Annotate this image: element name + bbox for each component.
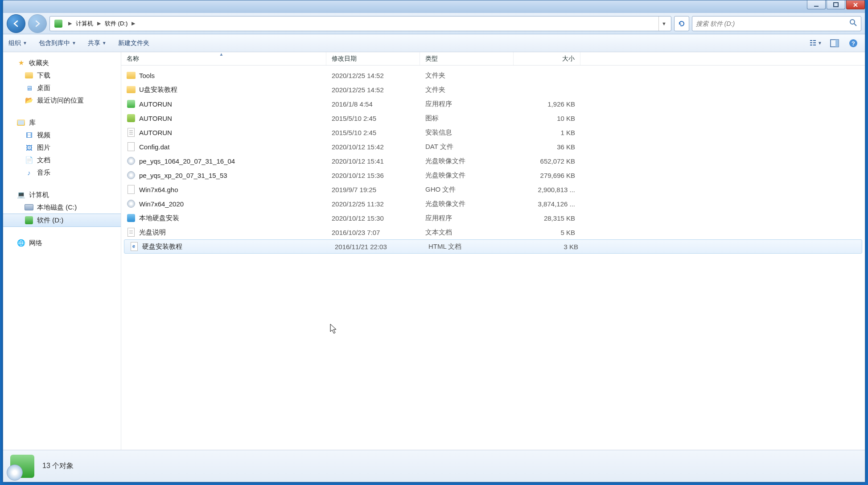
file-name: Config.dat xyxy=(139,143,169,151)
file-row[interactable]: U盘安装教程2020/12/25 14:52文件夹 xyxy=(121,82,865,97)
sidebar-music[interactable]: ♪ 音乐 xyxy=(3,166,121,179)
file-size: 1,926 KB xyxy=(514,100,580,108)
sidebar-network-header[interactable]: 🌐 网络 xyxy=(3,237,121,249)
file-list[interactable]: Tools2020/12/25 14:52文件夹U盘安装教程2020/12/25… xyxy=(121,66,865,450)
breadcrumb-computer[interactable]: 计算机 xyxy=(73,16,96,31)
sidebar-documents[interactable]: 📄 文档 xyxy=(3,154,121,166)
drive-large-icon xyxy=(10,455,34,478)
minimize-icon xyxy=(814,2,819,8)
chevron-right-icon[interactable]: ▶ xyxy=(130,21,136,26)
sidebar-desktop[interactable]: 🖥 桌面 xyxy=(3,82,121,94)
file-type: 应用程序 xyxy=(420,100,514,108)
file-name: pe_yqs_xp_20_07_31_15_53 xyxy=(139,172,227,179)
column-size[interactable]: 大小 xyxy=(514,52,580,65)
toolbar-label: 新建文件夹 xyxy=(118,39,149,47)
chevron-right-icon[interactable]: ▶ xyxy=(96,21,102,26)
search-input[interactable] xyxy=(696,20,849,27)
file-name: 光盘说明 xyxy=(139,228,166,237)
forward-button xyxy=(28,14,47,33)
chevron-down-icon: ▼ xyxy=(818,41,822,45)
network-icon: 🌐 xyxy=(16,238,25,247)
sidebar-label: 文档 xyxy=(37,156,50,164)
file-icon xyxy=(127,171,136,180)
svg-rect-9 xyxy=(813,45,816,45)
breadcrumb-dropdown[interactable]: ▼ xyxy=(658,16,669,31)
file-name: U盘安装教程 xyxy=(139,86,177,94)
file-row[interactable]: pe_yqs_xp_20_07_31_15_532020/10/12 15:36… xyxy=(121,168,865,182)
sidebar-computer-header[interactable]: 💻 计算机 xyxy=(3,189,121,201)
sidebar-favorites-header[interactable]: ★ 收藏夹 xyxy=(3,57,121,69)
sidebar-videos[interactable]: 🎞 视频 xyxy=(3,129,121,141)
organize-menu[interactable]: 组织 ▼ xyxy=(8,39,27,47)
share-menu[interactable]: 共享 ▼ xyxy=(88,39,107,47)
statusbar: 13 个对象 xyxy=(3,450,865,482)
close-button[interactable] xyxy=(846,0,865,9)
toolbar-label: 共享 xyxy=(88,39,100,47)
column-type[interactable]: 类型 xyxy=(420,52,514,65)
file-row[interactable]: Tools2020/12/25 14:52文件夹 xyxy=(121,68,865,82)
file-row[interactable]: 硬盘安装教程2016/11/21 22:03HTML 文档3 KB xyxy=(124,239,862,254)
toolbar-label: 组织 xyxy=(8,39,21,47)
sidebar-label: 桌面 xyxy=(37,84,50,92)
file-name: Win7x64_2020 xyxy=(139,200,184,208)
svg-rect-0 xyxy=(814,6,819,7)
sidebar-downloads[interactable]: 下载 xyxy=(3,69,121,82)
back-button[interactable] xyxy=(7,14,25,33)
file-type: 图标 xyxy=(420,114,514,123)
file-name: AUTORUN xyxy=(139,129,172,136)
file-row[interactable]: AUTORUN2016/1/8 4:54应用程序1,926 KB xyxy=(121,97,865,111)
maximize-button[interactable] xyxy=(827,0,845,9)
file-date: 2020/10/12 15:42 xyxy=(326,143,420,151)
search-icon[interactable] xyxy=(849,19,857,28)
file-name-cell: U盘安装教程 xyxy=(121,85,326,94)
file-row[interactable]: Win7x64_20202020/12/25 11:32光盘映像文件3,874,… xyxy=(121,197,865,211)
preview-pane-button[interactable] xyxy=(828,37,841,49)
sidebar-drive-c[interactable]: 本地磁盘 (C:) xyxy=(3,201,121,214)
file-row[interactable]: Config.dat2020/10/12 15:42DAT 文件36 KB xyxy=(121,140,865,154)
chevron-right-icon[interactable]: ▶ xyxy=(67,21,73,26)
file-date: 2016/10/23 7:07 xyxy=(326,229,420,236)
view-options-button[interactable]: ▼ xyxy=(810,37,822,49)
star-icon: ★ xyxy=(16,58,25,67)
drive-icon xyxy=(25,216,33,225)
breadcrumb-drive-d[interactable]: 软件 (D:) xyxy=(102,16,130,31)
minimize-button[interactable] xyxy=(807,0,826,9)
sidebar-pictures[interactable]: 🖼 图片 xyxy=(3,141,121,154)
refresh-button[interactable] xyxy=(674,16,689,31)
breadcrumb-label: 计算机 xyxy=(76,20,93,28)
column-date[interactable]: 修改日期 xyxy=(326,52,420,65)
video-icon: 🎞 xyxy=(25,131,33,140)
search-box[interactable] xyxy=(692,16,861,31)
sidebar-recent[interactable]: 📂 最近访问的位置 xyxy=(3,94,121,107)
sidebar-label: 计算机 xyxy=(29,191,49,199)
file-row[interactable]: AUTORUN2015/5/10 2:45安装信息1 KB xyxy=(121,125,865,140)
file-icon xyxy=(127,71,136,80)
file-row[interactable]: AUTORUN2015/5/10 2:45图标10 KB xyxy=(121,111,865,125)
sidebar-drive-d[interactable]: 软件 (D:) xyxy=(3,214,121,227)
file-icon xyxy=(127,199,136,208)
chevron-down-icon: ▼ xyxy=(72,41,76,45)
file-date: 2015/5/10 2:45 xyxy=(326,129,420,136)
breadcrumb[interactable]: ▶ 计算机 ▶ 软件 (D:) ▶ ▼ xyxy=(49,16,671,31)
file-row[interactable]: 本地硬盘安装2020/10/12 15:30应用程序28,315 KB xyxy=(121,211,865,225)
file-icon xyxy=(127,142,136,151)
file-size: 279,696 KB xyxy=(514,172,580,179)
svg-rect-7 xyxy=(813,42,816,43)
file-row[interactable]: 光盘说明2016/10/23 7:07文本文档5 KB xyxy=(121,225,865,239)
file-type: 应用程序 xyxy=(420,214,514,222)
file-date: 2020/10/12 15:36 xyxy=(326,172,420,179)
help-button[interactable]: ? xyxy=(847,37,860,49)
breadcrumb-root[interactable] xyxy=(52,16,67,31)
svg-line-3 xyxy=(854,24,856,26)
file-row[interactable]: Win7x64.gho2019/9/7 19:25GHO 文件2,900,813… xyxy=(121,182,865,197)
column-name[interactable]: 名称 ▲ xyxy=(121,52,326,65)
file-type: 光盘映像文件 xyxy=(420,157,514,165)
sidebar-libraries-header[interactable]: 库 xyxy=(3,116,121,129)
maximize-icon xyxy=(833,2,839,8)
file-row[interactable]: pe_yqs_1064_20_07_31_16_042020/10/12 15:… xyxy=(121,154,865,168)
body: ★ 收藏夹 下载 🖥 桌面 📂 最近访问的位置 xyxy=(3,52,865,450)
include-in-library-menu[interactable]: 包含到库中 ▼ xyxy=(39,39,76,47)
new-folder-button[interactable]: 新建文件夹 xyxy=(118,39,149,47)
file-date: 2016/11/21 22:03 xyxy=(329,243,423,251)
file-date: 2020/10/12 15:30 xyxy=(326,214,420,222)
